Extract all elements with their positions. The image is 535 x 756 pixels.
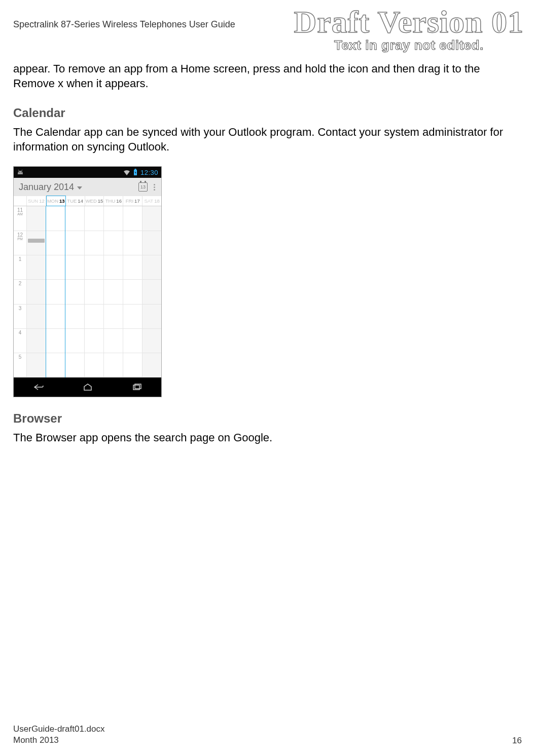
day-label: SUN (28, 198, 38, 204)
paragraph-intro-continuation: appear. To remove an app from a Home scr… (13, 62, 522, 91)
heading-calendar: Calendar (13, 106, 522, 120)
grid-column[interactable] (85, 206, 104, 377)
day-header-cell[interactable]: MON13 (46, 196, 66, 206)
back-button[interactable] (32, 383, 45, 392)
status-bar: 12:30 (14, 167, 161, 178)
wifi-icon (123, 170, 130, 175)
day-number: 16 (116, 198, 122, 204)
footer-date: Month 2013 (13, 735, 104, 746)
day-number: 14 (78, 198, 83, 204)
grid-columns (27, 206, 161, 377)
time-column: 11AM12PM12345 (14, 206, 27, 377)
dropdown-icon (77, 186, 82, 190)
day-header-cell[interactable]: WED15 (85, 196, 104, 206)
day-label: MON (47, 198, 58, 204)
svg-line-3 (22, 170, 23, 171)
day-header-row: SUN12MON13TUE14WED15THU16FRI17SAT18 (14, 196, 161, 206)
battery-icon (133, 169, 137, 176)
time-slot-label: 1 (14, 255, 26, 280)
home-button[interactable] (81, 383, 94, 392)
footer-page-number: 16 (512, 736, 522, 746)
doc-title: Spectralink 87-Series Wireless Telephone… (13, 15, 522, 30)
android-icon (17, 169, 24, 176)
day-label: THU (105, 198, 116, 204)
today-button[interactable]: 13 (138, 182, 148, 192)
overflow-menu-button[interactable] (152, 184, 157, 191)
grid-column[interactable] (123, 206, 142, 377)
calendar-grid[interactable]: 11AM12PM12345 (14, 206, 161, 377)
time-slot-label: 11AM (14, 206, 26, 231)
time-slot-label: 5 (14, 353, 26, 377)
heading-browser: Browser (13, 411, 522, 426)
footer-filename: UserGuide-draft01.docx (13, 724, 104, 735)
svg-rect-5 (134, 169, 136, 170)
day-header-cell[interactable]: SUN12 (27, 196, 46, 206)
time-slot-label: 12PM (14, 231, 26, 255)
month-title-text: January 2014 (19, 182, 74, 193)
day-label: TUE (67, 198, 77, 204)
today-badge-num: 13 (140, 184, 146, 190)
day-label: SAT (144, 198, 153, 204)
status-time: 12:30 (140, 169, 158, 176)
day-header-cell[interactable]: TUE14 (66, 196, 85, 206)
day-header-cell[interactable]: FRI17 (123, 196, 142, 206)
current-time-indicator (28, 239, 45, 243)
time-slot-label: 4 (14, 329, 26, 353)
svg-line-2 (18, 170, 19, 171)
page-footer: UserGuide-draft01.docx Month 2013 16 (13, 724, 522, 746)
month-selector[interactable]: January 2014 (19, 182, 134, 193)
grid-column[interactable] (27, 206, 46, 377)
day-number: 12 (39, 198, 45, 204)
svg-point-0 (19, 172, 19, 173)
day-label: FRI (126, 198, 133, 204)
day-header-cell[interactable]: THU16 (104, 196, 123, 206)
day-label: WED (86, 198, 97, 204)
svg-point-1 (21, 172, 21, 173)
day-number: 18 (154, 198, 160, 204)
paragraph-browser: The Browser app opens the search page on… (13, 431, 522, 445)
recent-apps-button[interactable] (130, 383, 144, 392)
calendar-screenshot: 12:30 January 2014 13 SUN12MON13TUE14WED… (13, 166, 162, 397)
watermark-sub: Text in gray not edited. (294, 39, 524, 52)
time-slot-label: 3 (14, 305, 26, 329)
android-nav-bar (14, 377, 161, 397)
day-number: 17 (134, 198, 140, 204)
grid-column[interactable] (142, 206, 161, 377)
day-header-cell[interactable]: SAT18 (142, 196, 161, 206)
calendar-toolbar: January 2014 13 (14, 178, 161, 196)
time-slot-label: 2 (14, 280, 26, 304)
paragraph-calendar: The Calendar app can be synced with your… (13, 125, 522, 154)
grid-column[interactable] (46, 206, 65, 377)
day-number: 15 (98, 198, 103, 204)
grid-column[interactable] (65, 206, 85, 377)
grid-column[interactable] (104, 206, 123, 377)
day-number: 13 (59, 198, 65, 204)
